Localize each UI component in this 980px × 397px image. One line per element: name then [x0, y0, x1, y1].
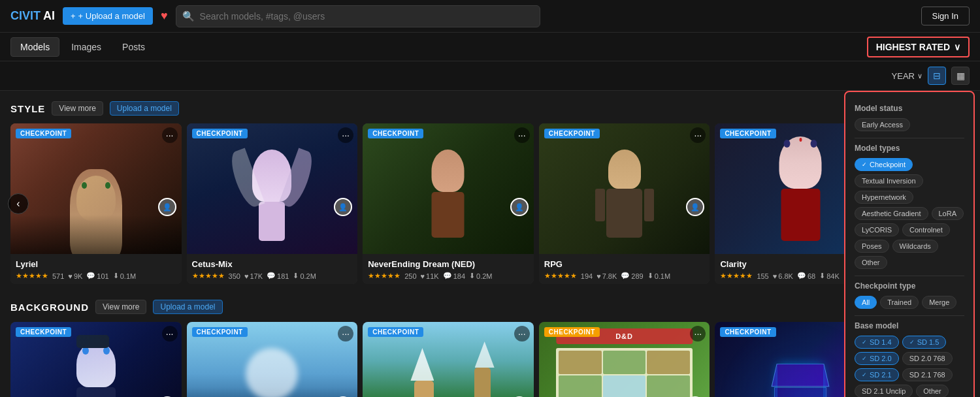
poses-chip[interactable]: Poses	[855, 240, 889, 253]
locs-more-button[interactable]: ···	[514, 326, 530, 341]
lyriel-info: Lyriel ★★★★★ 571 ♥ 9K 💬 101 ⬇ 0.1M	[10, 254, 182, 284]
card-locs[interactable]: CHECKPOINT ··· 👤 Locs China Landscapes v…	[363, 322, 534, 397]
style-prev-arrow[interactable]: ‹	[8, 193, 29, 214]
year-label: YEAR	[892, 71, 915, 81]
tab-images[interactable]: Images	[62, 38, 110, 56]
aesthetic-gradient-chip[interactable]: Aesthetic Gradient	[855, 207, 928, 220]
year-selector[interactable]: YEAR ∨	[892, 71, 923, 81]
background-upload-model-button[interactable]: Upload a model	[153, 300, 222, 314]
grid-icon: ▦	[956, 71, 965, 81]
background-section-title: BACKGROUND	[10, 302, 89, 313]
cetus-downloads: ⬇ 0.2M	[293, 272, 316, 280]
trained-chip[interactable]: Trained	[880, 296, 919, 309]
card-dnd-image: D&D	[539, 322, 710, 397]
rpg-downloads: ⬇ 0.1M	[647, 272, 670, 280]
lycoris-chip[interactable]: LyCORIS	[855, 223, 899, 236]
ned-stars: ★★★★★	[368, 272, 400, 280]
clarity-badge: CHECKPOINT	[720, 129, 776, 138]
ned-rating: 250	[404, 272, 416, 280]
breakdomain-more-button[interactable]: ···	[338, 326, 353, 341]
card-lyriel[interactable]: CHECKPOINT ··· 👤 Lyriel ★★★★★ 571 ♥ 9K	[10, 123, 182, 284]
nav-bar: Models Images Posts HIGHEST RATED ∨	[0, 33, 980, 61]
hypernetwork-chip[interactable]: Hypernetwork	[855, 191, 913, 204]
ned-info: NeverEnding Dream (NED) ★★★★★ 250 ♥ 11K …	[363, 254, 534, 284]
check-icon: ✓	[862, 161, 867, 168]
ned-more-button[interactable]: ···	[514, 127, 530, 143]
style-cards-row: CHECKPOINT ··· 👤 Lyriel ★★★★★ 571 ♥ 9K	[10, 123, 970, 284]
checkpoint-type-chips: All Trained Merge	[855, 296, 964, 309]
style-section: STYLE View more Upload a model ‹	[10, 101, 970, 284]
card-dnd[interactable]: D&D	[539, 322, 710, 397]
style-section-header: STYLE View more Upload a model	[10, 101, 970, 116]
sd20768-chip[interactable]: SD 2.0 768	[902, 352, 953, 365]
early-access-chip[interactable]: Early Access	[855, 118, 910, 131]
favorites-heart-icon[interactable]: ♥	[161, 9, 168, 23]
all-checkpoint-chip[interactable]: All	[855, 296, 877, 309]
lyriel-more-button[interactable]: ···	[162, 127, 178, 143]
card-breakdomain-image: CHECKPOINT ··· 👤	[187, 322, 358, 397]
lyriel-hearts: ♥ 9K	[68, 272, 82, 280]
sd21-check-icon: ✓	[862, 372, 867, 378]
rpg-badge: CHECKPOINT	[544, 129, 600, 138]
card-ned[interactable]: CHECKPOINT ··· 👤 NeverEnding Dream (NED)…	[363, 123, 534, 284]
background-section: BACKGROUND View more Upload a model ‹	[10, 300, 970, 397]
sd14-chip[interactable]: ✓ SD 1.4	[855, 336, 899, 349]
grid-view-button[interactable]: ▦	[951, 67, 970, 85]
card-rpg[interactable]: CHECKPOINT ··· 👤 RPG ★★★★★ 194 ♥ 7.8K	[539, 123, 710, 284]
sign-in-button[interactable]: Sign In	[921, 7, 970, 25]
sd20-chip[interactable]: ✓ SD 2.0	[855, 352, 899, 365]
card-aniflatmix-image: CHECKPOINT ··· 👤	[10, 322, 182, 397]
style-view-more-button[interactable]: View more	[52, 101, 103, 116]
search-icon: 🔍	[182, 10, 195, 22]
upload-model-button[interactable]: + + Upload a model	[63, 7, 153, 25]
background-cards-wrapper: ‹	[10, 322, 970, 397]
card-aniflatmix[interactable]: CHECKPOINT ··· 👤 Aniflatmix - Anime Flat…	[10, 322, 182, 397]
highest-rated-label: HIGHEST RATED	[876, 42, 950, 52]
upload-plus-icon: +	[71, 11, 76, 21]
header: CIVITAI + + Upload a model ♥ 🔍 Sign In	[0, 0, 980, 33]
cetus-stats: ★★★★★ 350 ♥ 17K 💬 181 ⬇ 0.2M	[192, 272, 353, 280]
sd21-chip[interactable]: ✓ SD 2.1	[855, 368, 899, 381]
background-view-more-button[interactable]: View more	[95, 300, 146, 314]
content-area: STYLE View more Upload a model ‹	[0, 91, 980, 397]
filter-icon: ⊟	[933, 71, 941, 81]
sd15-label: SD 1.5	[917, 338, 939, 346]
tab-posts[interactable]: Posts	[113, 38, 154, 56]
merge-chip[interactable]: Merge	[922, 296, 956, 309]
lora-chip[interactable]: LoRA	[932, 207, 964, 220]
clarity-comments: 💬 68	[797, 272, 815, 280]
style-upload-model-button[interactable]: Upload a model	[110, 101, 179, 116]
cetus-comments: 💬 181	[267, 272, 289, 280]
checkpoint-chip[interactable]: ✓ Checkpoint	[855, 158, 913, 171]
rpg-info: RPG ★★★★★ 194 ♥ 7.8K 💬 289 ⬇ 0.1M	[539, 254, 710, 284]
top-right-bar: YEAR ∨ ⊟ ▦	[0, 61, 980, 91]
aniflatmix-more-button[interactable]: ···	[162, 326, 178, 341]
card-rpg-image: CHECKPOINT ··· 👤	[539, 123, 710, 254]
sd211768-chip[interactable]: SD 2.1 768	[902, 368, 953, 381]
model-types-title: Model types	[855, 144, 964, 153]
cetus-more-button[interactable]: ···	[338, 127, 353, 143]
style-section-title: STYLE	[10, 103, 45, 114]
wildcards-chip[interactable]: Wildcards	[892, 240, 938, 253]
sd21unclip-chip[interactable]: SD 2.1 Unclip	[855, 385, 913, 397]
upload-label: + Upload a model	[78, 11, 145, 21]
ned-badge: CHECKPOINT	[368, 129, 423, 138]
card-cetus[interactable]: CHECKPOINT ··· 👤 Cetus-Mix ★★★★★ 350 ♥ 1…	[187, 123, 358, 284]
filter-button[interactable]: ⊟	[928, 67, 946, 85]
highest-rated-button[interactable]: HIGHEST RATED ∨	[867, 37, 970, 57]
other-base-chip[interactable]: Other	[916, 385, 949, 397]
logo[interactable]: CIVITAI	[10, 9, 55, 23]
sd15-chip[interactable]: ✓ SD 1.5	[902, 336, 947, 349]
rpg-rating: 194	[581, 272, 593, 280]
search-bar: 🔍	[176, 5, 540, 27]
other-type-chip[interactable]: Other	[855, 256, 887, 269]
rpg-comments: 💬 289	[621, 272, 643, 280]
sd14-check-icon: ✓	[862, 339, 867, 345]
textual-inversion-chip[interactable]: Textual Inversion	[855, 174, 923, 187]
search-input[interactable]	[176, 5, 540, 27]
card-breakdomain[interactable]: CHECKPOINT ··· 👤 BreakDomainRealistic ★★…	[187, 322, 358, 397]
logo-ai: AI	[43, 9, 55, 23]
checkpoint-type-title: Checkpoint type	[855, 281, 964, 291]
tab-models[interactable]: Models	[10, 37, 59, 57]
controlnet-chip[interactable]: Controlnet	[902, 223, 950, 236]
